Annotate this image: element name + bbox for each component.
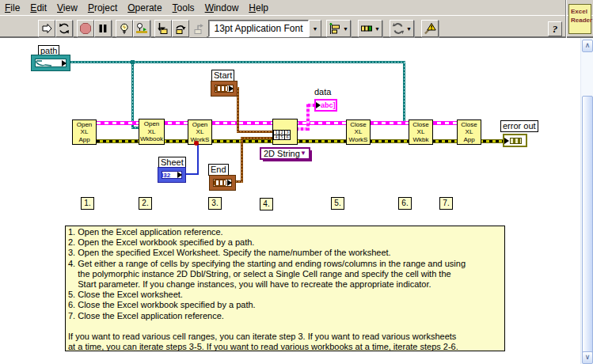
resize-objects-button[interactable]: ▼	[390, 20, 414, 37]
menu-operate[interactable]: Operate	[127, 2, 162, 13]
string-array-glyph: abc]	[321, 101, 336, 109]
output-terminal-icon	[229, 85, 234, 92]
step-label-1[interactable]: 1.	[81, 197, 94, 210]
data-indicator-label[interactable]: data	[314, 87, 332, 97]
align-objects-button[interactable]: ▼	[326, 20, 351, 37]
cluster-glyph-icon	[214, 180, 226, 186]
chevron-down-icon: ▼	[406, 26, 412, 32]
chevron-down-icon: ▼	[300, 149, 306, 158]
grid-cell: 6	[284, 135, 291, 140]
comment-box[interactable]: 1. Open the Excel application reference.…	[65, 226, 505, 351]
wire-start-cluster-v[interactable]	[237, 87, 239, 133]
node-open-xl-wkbook[interactable]: Open XL Wkbook	[139, 119, 165, 145]
step-label-7[interactable]: 7.	[439, 197, 453, 210]
wire-path-branch-wkbk[interactable]	[403, 63, 405, 124]
step-into-icon	[157, 22, 169, 35]
polymorphic-selector-value: 2D String	[264, 149, 300, 158]
menu-file[interactable]: File	[5, 2, 20, 13]
pause-icon	[97, 22, 109, 35]
highlight-execution-icon	[118, 22, 131, 35]
menu-window[interactable]: Window	[205, 2, 239, 13]
wire-end-cluster-h[interactable]	[241, 137, 273, 139]
output-terminal-icon	[62, 60, 67, 66]
path-control[interactable]	[32, 55, 70, 70]
cell-grid-icon: 1 2 3 4 5 6	[273, 130, 297, 139]
chevron-down-icon: ▼	[343, 26, 348, 32]
step-label-6[interactable]: 6.	[398, 197, 412, 210]
data-indicator[interactable]: abc]	[314, 99, 337, 112]
scroll-down-button[interactable]: ∨	[582, 351, 593, 364]
step-over-icon	[174, 22, 187, 35]
distribute-objects-button[interactable]: ▼	[358, 20, 382, 37]
context-help-icon: ?	[553, 23, 558, 36]
start-control-label[interactable]: Start	[211, 70, 234, 82]
chevron-up-icon: ∧	[585, 41, 591, 49]
wire-data-array-2[interactable]	[306, 104, 310, 131]
run-icon	[40, 22, 53, 35]
node-open-xl-works[interactable]: Open XL WorkS	[188, 119, 212, 145]
i32-type-text: I32	[162, 172, 170, 179]
step-label-4[interactable]: 4.	[260, 198, 273, 210]
step-over-button[interactable]	[172, 20, 189, 37]
run-button[interactable]	[38, 20, 55, 37]
polymorphic-selector[interactable]: 2D String ▼	[260, 147, 310, 160]
node-close-xl-app[interactable]: Close XL App	[457, 119, 481, 145]
chevron-down-icon: ▼	[374, 26, 380, 32]
font-selector-value: 13pt Application Font	[214, 23, 302, 34]
menu-view[interactable]: View	[57, 2, 78, 13]
wire-sheet-i32-v[interactable]	[197, 145, 199, 175]
vi-icon-line2: Reader	[571, 16, 591, 25]
cluster-glyph-icon	[215, 85, 228, 92]
chevron-down-icon: ▼	[313, 26, 318, 32]
toolbar: 13pt Application Font ▼ ▼ ▼	[0, 15, 593, 38]
wire-path[interactable]	[68, 61, 405, 63]
retain-wire-values-button[interactable]	[133, 20, 150, 37]
start-control[interactable]	[211, 82, 237, 96]
scrollbar-thumb[interactable]	[582, 96, 593, 354]
resize-objects-icon	[392, 22, 405, 35]
scroll-up-button[interactable]: ∧	[582, 40, 593, 52]
run-continuously-button[interactable]	[55, 20, 73, 37]
menu-help[interactable]: Help	[249, 2, 268, 13]
wire-start-cluster-h[interactable]	[237, 131, 273, 133]
output-terminal-icon	[177, 172, 182, 178]
abort-execution-icon	[79, 22, 92, 35]
node-close-xl-works[interactable]: Close XL WorkS	[346, 119, 371, 145]
step-out-button[interactable]	[189, 20, 207, 37]
menu-tools[interactable]: Tools	[173, 2, 195, 13]
clean-up-diagram-button[interactable]	[421, 20, 439, 37]
node-get-cell[interactable]: 1 2 3 4 5 6 Get Cell	[272, 119, 298, 145]
abort-button[interactable]	[77, 20, 94, 37]
toolbar-divider	[565, 0, 566, 38]
pause-button[interactable]	[94, 20, 112, 37]
labview-block-diagram-window: File Edit View Project Operate Tools Win…	[0, 0, 593, 364]
font-selector[interactable]: 13pt Application Font	[208, 20, 309, 37]
wire-path-branch-wkbook[interactable]	[131, 63, 134, 128]
sheet-control[interactable]: I32	[158, 168, 185, 182]
step-into-button[interactable]	[154, 20, 172, 37]
wire-junction-dot	[131, 60, 135, 64]
vi-icon-line1: Excel	[571, 7, 591, 16]
menu-edit[interactable]: Edit	[30, 2, 47, 13]
wire-end-cluster-v[interactable]	[241, 137, 243, 183]
font-selector-arrow-button[interactable]: ▼	[309, 20, 321, 37]
step-label-3[interactable]: 3.	[208, 197, 222, 210]
menu-project[interactable]: Project	[88, 2, 117, 13]
vertical-scrollbar[interactable]: ∧ ∨	[580, 38, 593, 364]
node-open-xl-app[interactable]: Open XL App	[72, 119, 97, 145]
end-control-label[interactable]: End	[208, 164, 229, 176]
vi-icon[interactable]: Excel Reader	[568, 4, 591, 34]
distribute-objects-icon	[360, 22, 373, 35]
end-control[interactable]	[210, 176, 235, 190]
context-help-button[interactable]: ?	[548, 21, 562, 36]
highlight-execution-button[interactable]	[116, 20, 133, 37]
step-label-2[interactable]: 2.	[139, 197, 152, 210]
error-cluster-glyph-icon	[510, 138, 522, 144]
error-out-label[interactable]: error out	[500, 120, 538, 132]
input-terminal-icon	[504, 138, 509, 144]
step-label-5[interactable]: 5.	[331, 197, 344, 210]
sheet-control-label[interactable]: Sheet	[158, 157, 186, 169]
node-close-xl-wkbk[interactable]: Close XL Wkbk	[409, 119, 433, 145]
error-out-indicator[interactable]	[503, 134, 527, 147]
clean-up-diagram-icon	[424, 22, 436, 35]
